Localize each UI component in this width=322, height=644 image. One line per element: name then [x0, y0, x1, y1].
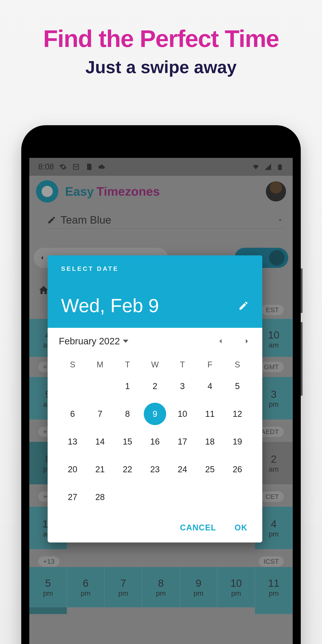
phone-frame: 8:08 Easy Timezo	[21, 125, 301, 644]
calendar-day[interactable]: 13	[59, 434, 86, 450]
time-cell[interactable]: 7pm	[105, 567, 142, 607]
chevron-down-icon	[123, 340, 128, 343]
home-icon[interactable]	[38, 292, 49, 296]
mail-icon	[72, 163, 80, 170]
calendar-day[interactable]: 4	[196, 378, 224, 394]
calendar-day[interactable]: 17	[168, 434, 196, 450]
pencil-icon[interactable]	[238, 300, 249, 311]
calendar-day[interactable]: 22	[114, 462, 141, 477]
time-cell[interactable]: 5pm	[29, 567, 67, 607]
calendar-day[interactable]: 25	[196, 462, 224, 477]
pencil-icon	[47, 216, 56, 224]
calendar-day[interactable]: 27	[59, 489, 86, 505]
calendar-day[interactable]: 19	[224, 434, 251, 450]
month-navigation: February 2022	[59, 336, 251, 346]
day-of-week-header: SMTWTFS	[59, 360, 251, 370]
calendar-days-grid: 1234567891011121314151617181920212223242…	[59, 378, 251, 505]
ok-button[interactable]: OK	[233, 523, 249, 533]
wifi-icon	[252, 163, 260, 170]
calendar-day[interactable]: 10	[168, 406, 196, 422]
calendar-day[interactable]: 23	[141, 462, 169, 477]
promo-headline: Find the Perfect Time Just a swipe away	[0, 24, 322, 77]
calendar-day[interactable]: 11	[196, 406, 224, 422]
avatar[interactable]	[266, 181, 286, 202]
calendar-day[interactable]: 24	[168, 462, 196, 477]
tz-offset: +13	[38, 556, 60, 567]
team-name: Team Blue	[60, 214, 276, 226]
date-picker-header: SELECT DATE Wed, Feb 9	[48, 255, 262, 328]
calendar-day[interactable]: 1	[114, 378, 141, 394]
calendar-day[interactable]: 26	[224, 462, 251, 477]
select-date-label: SELECT DATE	[61, 265, 249, 272]
calendar-day[interactable]: 5	[224, 378, 251, 394]
date-picker-actions: CANCEL OK	[48, 510, 262, 542]
prev-month-button[interactable]	[216, 337, 225, 346]
calendar-day[interactable]: 16	[141, 434, 169, 450]
sd-card-icon	[85, 163, 93, 170]
promo-subtitle: Just a swipe away	[0, 57, 322, 77]
tz-label: ICST	[259, 556, 284, 567]
battery-icon	[276, 163, 284, 170]
selected-date-display: Wed, Feb 9	[61, 295, 159, 317]
calendar-day[interactable]: 6	[59, 406, 86, 422]
timezone-full-row: 5pm6pm7pm8pm9pm10pm11pm	[29, 567, 293, 607]
phone-screen: 8:08 Easy Timezo	[29, 133, 293, 644]
calendar-day[interactable]: 18	[196, 434, 224, 450]
dow-label: S	[59, 360, 86, 370]
calendar-day[interactable]: 12	[224, 406, 251, 422]
time-cell[interactable]: 10pm	[217, 567, 255, 607]
cloud-icon	[98, 163, 106, 170]
dow-label: S	[224, 360, 251, 370]
status-time: 8:08	[38, 162, 54, 172]
dow-label: W	[141, 360, 169, 370]
calendar-day[interactable]: 3	[168, 378, 196, 394]
time-cell[interactable]: 11pm	[255, 567, 293, 607]
dow-label: M	[86, 360, 114, 370]
promo-title: Find the Perfect Time	[0, 24, 322, 52]
calendar-day[interactable]: 20	[59, 462, 86, 477]
signal-icon	[264, 163, 272, 170]
app-header: Easy Timezones	[29, 176, 293, 207]
app-title: Easy Timezones	[65, 184, 160, 198]
dow-label: T	[114, 360, 141, 370]
next-month-button[interactable]	[242, 337, 251, 346]
calendar-day[interactable]: 28	[86, 489, 114, 505]
dow-label: F	[196, 360, 224, 370]
app-logo[interactable]	[36, 180, 58, 202]
dow-label: T	[168, 360, 196, 370]
tz-label: CET	[260, 492, 284, 502]
status-bar: 8:08	[29, 158, 293, 176]
calendar-day[interactable]: 9	[144, 403, 166, 425]
chevron-down-icon	[276, 216, 284, 224]
chevron-left-icon	[38, 254, 46, 262]
calendar-day[interactable]: 15	[114, 434, 141, 450]
gear-icon	[59, 163, 67, 170]
date-picker-modal: SELECT DATE Wed, Feb 9 February 2022	[48, 255, 262, 542]
calendar-day[interactable]: 14	[86, 434, 114, 450]
tz-label: GMT	[259, 362, 284, 372]
time-cell[interactable]: 6pm	[67, 567, 104, 607]
calendar-day[interactable]: 7	[86, 406, 114, 422]
month-selector[interactable]: February 2022	[59, 336, 128, 346]
cancel-button[interactable]: CANCEL	[179, 523, 218, 533]
calendar-day[interactable]: 2	[141, 378, 169, 394]
team-selector[interactable]: Team Blue	[47, 214, 284, 229]
time-cell[interactable]: 9pm	[180, 567, 217, 607]
calendar-day[interactable]: 21	[86, 462, 114, 477]
calendar-day[interactable]: 8	[114, 406, 141, 422]
time-cell[interactable]: 8pm	[142, 567, 180, 607]
tz-label: EST	[261, 305, 284, 315]
